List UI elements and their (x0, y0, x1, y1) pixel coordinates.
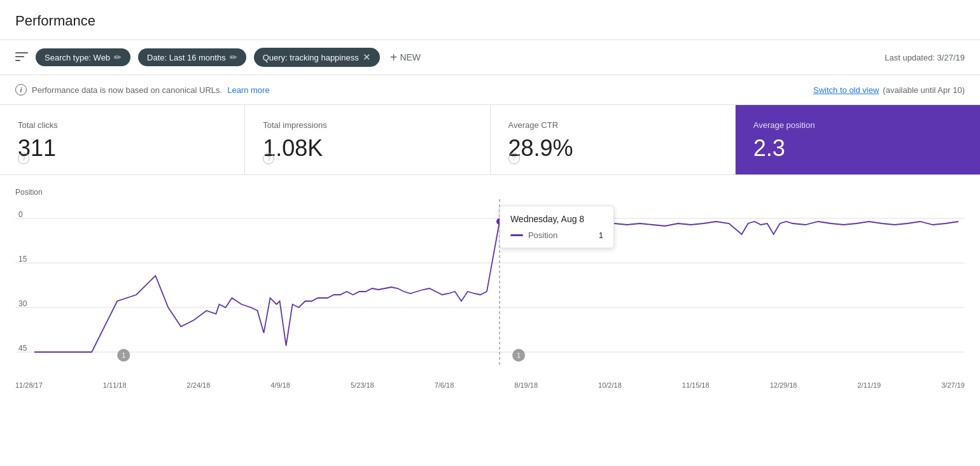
chip-search-type-edit-icon: ✏ (114, 52, 122, 62)
x-axis-labels: 11/28/17 1/11/18 2/24/18 4/9/18 5/23/18 … (15, 378, 965, 389)
x-label-4: 5/23/18 (351, 381, 374, 389)
metric-card-impressions: Total impressions 1.08K ? (245, 105, 490, 174)
info-icon: i (15, 84, 27, 95)
chip-date-edit-icon: ✏ (230, 52, 237, 62)
tooltip-position-value: 1 (599, 230, 603, 240)
x-label-5: 7/6/18 (435, 381, 454, 389)
chart-tooltip: Wednesday, Aug 8 Position 1 (500, 206, 614, 248)
svg-text:0: 0 (18, 210, 23, 219)
x-label-7: 10/2/18 (598, 381, 622, 389)
tooltip-date: Wednesday, Aug 8 (510, 214, 603, 224)
toolbar: Search type: Web ✏ Date: Last 16 months … (0, 40, 980, 75)
learn-more-link[interactable]: Learn more (227, 85, 269, 95)
metrics-row: Total clicks 311 ? Total impressions 1.0… (0, 105, 980, 175)
x-label-2: 2/24/18 (187, 381, 211, 389)
chip-query-close-icon[interactable]: ✕ (363, 52, 371, 63)
tooltip-dash-icon (510, 234, 523, 236)
metric-value-impressions: 1.08K (263, 135, 472, 162)
svg-rect-1 (15, 56, 24, 57)
last-updated-text: Last updated: 3/27/19 (885, 53, 965, 62)
new-button-label: NEW (400, 52, 421, 62)
page-title: Performance (0, 0, 980, 40)
info-text-content: Performance data is now based on canonic… (32, 85, 222, 95)
metric-help-impressions[interactable]: ? (263, 153, 274, 164)
switch-view-link[interactable]: Switch to old view (813, 85, 879, 95)
switch-view: Switch to old view (available until Apr … (813, 85, 965, 95)
chip-query-label: Query: tracking happiness (263, 53, 359, 62)
metric-value-ctr: 28.9% (508, 135, 717, 162)
metric-card-clicks: Total clicks 311 ? (0, 105, 245, 174)
x-label-1: 1/11/18 (103, 381, 127, 389)
x-label-6: 8/19/18 (514, 381, 538, 389)
plus-icon: + (390, 50, 398, 65)
metric-help-clicks[interactable]: ? (18, 153, 29, 164)
svg-text:45: 45 (18, 344, 27, 353)
info-bar: i Performance data is now based on canon… (0, 75, 980, 105)
svg-text:1: 1 (122, 352, 125, 359)
x-label-9: 12/29/18 (770, 381, 797, 389)
metric-label-clicks: Total clicks (18, 120, 227, 130)
x-label-3: 4/9/18 (270, 381, 290, 389)
chip-date-label: Date: Last 16 months (147, 53, 226, 62)
svg-rect-2 (15, 60, 20, 61)
svg-text:30: 30 (18, 299, 27, 308)
metric-label-impressions: Total impressions (263, 120, 472, 130)
x-label-11: 3/27/19 (941, 381, 965, 389)
chart-y-label: Position (15, 188, 965, 197)
chart-area: Position 0 15 30 45 1 1 (0, 175, 980, 395)
metric-value-position: 2.3 (753, 135, 962, 162)
x-label-0: 11/28/17 (15, 381, 43, 389)
metric-label-position: Average position (753, 120, 962, 130)
available-until-text: (available until Apr 10) (883, 85, 965, 95)
metric-card-position: Average position 2.3 (736, 105, 980, 174)
chart-container[interactable]: 0 15 30 45 1 1 Wednesday, Aug 8 Position (15, 199, 965, 378)
metric-card-ctr: Average CTR 28.9% ? (491, 105, 736, 174)
chip-query[interactable]: Query: tracking happiness ✕ (254, 48, 380, 67)
tooltip-position-label: Position (528, 230, 594, 240)
tooltip-position-row: Position 1 (510, 230, 603, 240)
svg-rect-0 (15, 52, 28, 53)
chip-search-type-label: Search type: Web (45, 53, 110, 62)
new-filter-button[interactable]: + NEW (390, 50, 421, 65)
metric-label-ctr: Average CTR (508, 120, 717, 130)
chart-svg: 0 15 30 45 1 1 (15, 199, 965, 378)
svg-text:15: 15 (18, 255, 27, 264)
chip-search-type[interactable]: Search type: Web ✏ (36, 48, 130, 66)
svg-text:1: 1 (517, 352, 521, 359)
metric-value-clicks: 311 (18, 135, 227, 162)
info-message: i Performance data is now based on canon… (15, 84, 270, 95)
metric-help-ctr[interactable]: ? (508, 153, 520, 164)
x-label-10: 2/11/19 (858, 381, 881, 389)
filter-icon-button[interactable] (15, 51, 28, 64)
x-label-8: 11/15/18 (682, 381, 710, 389)
chip-date[interactable]: Date: Last 16 months ✏ (138, 48, 246, 66)
